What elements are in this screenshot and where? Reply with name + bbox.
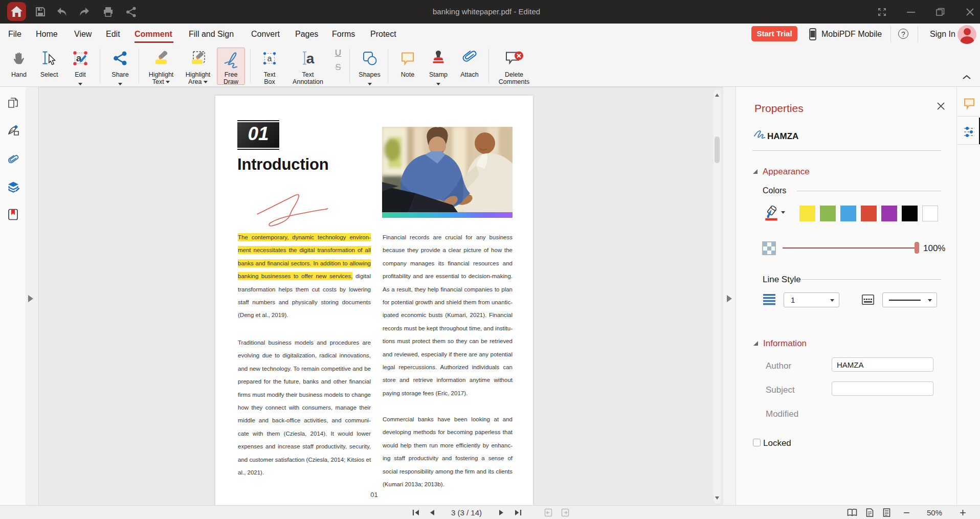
svg-text:a: a (306, 51, 315, 66)
svg-text:a: a (268, 54, 272, 63)
